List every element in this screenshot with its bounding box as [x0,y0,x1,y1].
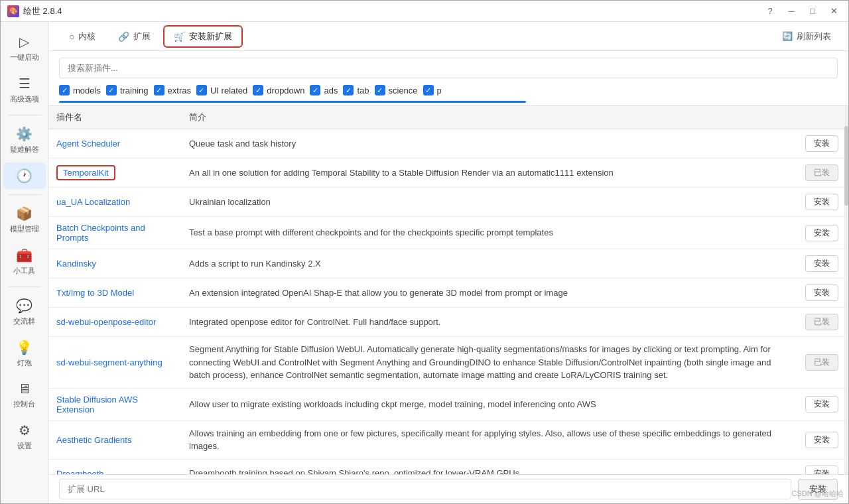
table-row: Aesthetic GradientsAllows training an em… [48,420,848,459]
sidebar-item-tools[interactable]: 🧰 小工具 [3,242,46,281]
watermark: CSDN @哈哈哈 [792,489,844,499]
tab-install[interactable]: 🛒 安装新扩展 [163,25,243,48]
maximize-button[interactable]: □ [805,5,820,18]
plugin-name[interactable]: Dreambooth [56,469,104,475]
app-icon: 🎨 [7,5,19,17]
filter-p[interactable]: ✓ p [423,85,442,95]
plugin-desc: Allow user to migrate existing workloads… [181,388,795,420]
sidebar-item-label-launch: 一键启动 [10,52,39,62]
filter-ads[interactable]: ✓ ads [310,85,338,95]
plugin-table: 插件名 简介 Agent SchedulerQueue task and tas… [48,106,848,474]
table-row: Stable Diffusion AWS ExtensionAllow user… [48,388,848,420]
install-button[interactable]: 安装 [805,135,838,152]
install-button[interactable]: 安装 [805,396,838,412]
filter-models[interactable]: ✓ models [59,85,101,95]
plugin-name[interactable]: Stable Diffusion AWS Extension [56,395,138,414]
plugin-desc: Queue task and task history [181,129,795,158]
filter-tab[interactable]: ✓ tab [343,85,369,95]
filter-extras[interactable]: ✓ extras [154,85,191,95]
plugin-name[interactable]: Aesthetic Gradients [56,435,131,445]
checkbox-ui-related: ✓ [196,85,207,95]
install-button[interactable]: 安装 [805,432,838,448]
filter-ui-related-label: UI related [210,86,247,95]
sidebar-item-bulb[interactable]: 💡 灯泡 [3,334,46,373]
filter-dropdown[interactable]: ✓ dropdown [253,85,304,95]
refresh-button[interactable]: 🔄 刷新列表 [775,27,838,46]
install-button[interactable]: 安装 [805,284,838,301]
install-button[interactable]: 安装 [805,225,838,241]
app-window: 🎨 绘世 2.8.4 ? ─ □ ✕ ▷ 一键启动 ☰ 高级选项 ⚙️ 疑难解答 [0,0,849,504]
install-button[interactable]: 安装 [805,194,838,210]
close-button[interactable]: ✕ [826,5,842,18]
installed-button: 已装 [805,314,838,330]
plugin-name[interactable]: Txt/Img to 3D Model [56,288,134,298]
table-row: TemporalKitAn all in one solution for ad… [48,158,848,188]
titlebar-controls: ? ─ □ ✕ [762,5,842,18]
plugin-table-container[interactable]: 插件名 简介 Agent SchedulerQueue task and tas… [48,105,848,474]
col-header-desc: 简介 [181,106,795,129]
main-layout: ▷ 一键启动 ☰ 高级选项 ⚙️ 疑难解答 🕐 📦 模型管理 🧰 [1,22,848,503]
table-wrapper: 插件名 简介 Agent SchedulerQueue task and tas… [48,105,848,474]
install-icon: 🛒 [174,31,185,42]
plugin-desc: Allows training an embedding from one or… [181,420,795,459]
plugin-desc: Adds a script to run Kandinsky 2.X [181,249,795,279]
plugin-name[interactable]: Batch Checkpoints and Prompts [56,223,145,243]
plugin-name[interactable]: Agent Scheduler [56,139,120,149]
sidebar-item-launch[interactable]: ▷ 一键启动 [3,29,46,68]
checkbox-tab: ✓ [343,85,354,95]
filter-scrollbar [59,101,526,103]
scrollbar-thumb[interactable] [844,126,848,206]
table-row: ua_UA LocalizationUkrainian localization… [48,188,848,217]
sidebar-item-settings[interactable]: ⚙ 设置 [3,417,46,456]
refresh-label: 刷新列表 [797,31,831,42]
sidebar-item-qa[interactable]: ⚙️ 疑难解答 [3,121,46,160]
minimize-button[interactable]: ─ [783,5,799,18]
install-button[interactable]: 安装 [805,466,838,475]
plugin-name[interactable]: sd-webui-segment-anything [56,357,163,367]
filter-extras-label: extras [168,86,191,95]
refresh-icon: 🔄 [782,31,793,41]
tab-core[interactable]: ○ 内核 [59,26,105,47]
plugin-name[interactable]: TemporalKit [56,165,115,180]
sidebar: ▷ 一键启动 ☰ 高级选项 ⚙️ 疑难解答 🕐 📦 模型管理 🧰 [1,22,48,503]
checkbox-ads: ✓ [310,85,320,95]
plugin-name[interactable]: ua_UA Localization [56,197,130,207]
table-row: Txt/Img to 3D ModelAn extension integrat… [48,279,848,308]
filter-training[interactable]: ✓ training [106,85,149,95]
filter-training-label: training [120,86,149,95]
sidebar-item-label-model: 模型管理 [10,224,39,234]
core-icon: ○ [69,31,74,42]
url-input[interactable] [59,479,791,499]
bulb-icon: 💡 [16,340,33,355]
sidebar-item-console[interactable]: 🖥 控制台 [3,376,46,414]
plugin-name[interactable]: Kandinsky [56,259,96,269]
filter-tab-label: tab [357,86,369,95]
model-icon: 📦 [16,206,33,221]
sidebar-item-label-tools: 小工具 [13,266,35,276]
filter-ui-related[interactable]: ✓ UI related [196,85,247,95]
plugin-desc: Integrated openpose editor for ControlNe… [181,308,795,337]
tab-core-label: 内核 [78,31,96,42]
content-area: ○ 内核 🔗 扩展 🛒 安装新扩展 🔄 刷新列表 [48,22,848,503]
install-button[interactable]: 安装 [805,255,838,272]
sidebar-item-history[interactable]: 🕐 [3,162,46,189]
installed-button: 已装 [805,354,838,371]
qa-icon: ⚙️ [16,126,33,142]
sidebar-item-model[interactable]: 📦 模型管理 [3,200,46,239]
checkbox-training: ✓ [106,85,117,95]
table-row: sd-webui-segment-anythingSegment Anythin… [48,337,848,389]
sidebar-item-community[interactable]: 💬 交流群 [3,292,46,332]
community-icon: 💬 [16,298,33,314]
sidebar-item-advanced[interactable]: ☰ 高级选项 [3,70,46,109]
help-button[interactable]: ? [762,5,778,18]
filter-models-label: models [73,86,101,95]
url-bar: 安装 [48,474,848,503]
filter-science[interactable]: ✓ science [375,85,418,95]
search-input[interactable] [59,58,838,78]
scrollbar-track[interactable] [844,106,848,474]
tab-extensions[interactable]: 🔗 扩展 [108,26,161,47]
plugin-desc: An all in one solution for adding Tempor… [181,158,795,188]
installed-button: 已装 [805,164,838,181]
sidebar-item-label-qa: 疑难解答 [10,145,39,155]
plugin-name[interactable]: sd-webui-openpose-editor [56,317,156,327]
